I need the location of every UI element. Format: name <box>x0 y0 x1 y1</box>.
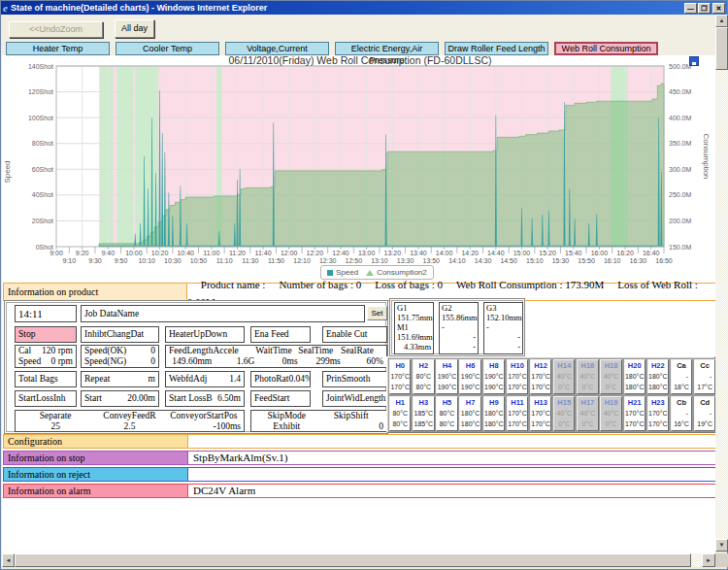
svg-text:60Shot: 60Shot <box>32 166 53 173</box>
svg-text:40Shot: 40Shot <box>32 191 53 198</box>
svg-text:13:20: 13:20 <box>384 250 402 256</box>
svg-text:15:00: 15:00 <box>513 250 531 256</box>
scroll-right-button[interactable]: ► <box>702 553 715 567</box>
heater-cell-h6: H6190°C190°C <box>459 359 480 394</box>
scroll-up-button[interactable]: ▲ <box>715 15 728 27</box>
tab-heater-temp[interactable]: Heater Temp <box>6 42 110 55</box>
svg-text:15:10: 15:10 <box>526 257 544 264</box>
restore-button[interactable]: ❐ <box>698 3 711 14</box>
set-button[interactable]: Set <box>367 306 387 320</box>
heater-cell-h19: H1940°C0°C <box>600 396 621 431</box>
tab-electric-energy-air-pressure[interactable]: Electric Energy,Air Pressure <box>335 42 439 55</box>
svg-text:10:00: 10:00 <box>125 250 143 256</box>
skip-box: SkipModeSkipShiftExhibit0 <box>250 410 387 432</box>
svg-text:350.0M: 350.0M <box>669 140 692 147</box>
svg-text:16:30: 16:30 <box>630 257 647 264</box>
undo-zoom-button[interactable]: <<UndoZoom <box>9 21 103 38</box>
field-box-start-lossb: Start LossB6.50m <box>165 390 245 407</box>
heater-cell-h5: H580°C80°C <box>436 396 457 431</box>
chart[interactable]: 0Shot20Shot40Shot60Shot80Shot100Shot120S… <box>1 55 716 283</box>
svg-text:500.0M: 500.0M <box>669 63 692 70</box>
configuration-label: Configuration <box>4 435 188 448</box>
svg-text:16:20: 16:20 <box>616 250 634 256</box>
svg-text:14:30: 14:30 <box>475 257 492 264</box>
product-info-row: Information on product Product name :Num… <box>3 283 726 301</box>
svg-text:20Shot: 20Shot <box>32 218 53 224</box>
svg-text:140Shot: 140Shot <box>28 63 53 70</box>
svg-text:100Shot: 100Shot <box>28 115 53 121</box>
svg-text:9:50: 9:50 <box>115 257 128 264</box>
svg-text:10:50: 10:50 <box>190 257 208 264</box>
save-icon[interactable] <box>689 56 699 66</box>
machine-status-panel: 14:11Job DataNameSetStopInhibtChangDatHe… <box>4 300 388 434</box>
heater-cell-h0: H0170°C170°C <box>389 359 411 394</box>
svg-text:15:20: 15:20 <box>539 250 556 256</box>
job-data-name-box: Job DataName <box>81 305 365 322</box>
heater-cell-cd: Cd-19°C <box>694 396 715 431</box>
heater-cell-ca: Ca-18°C <box>671 359 692 394</box>
field-box-feedstart: FeedStart <box>250 390 311 407</box>
scroll-down-button[interactable]: ▼ <box>715 539 728 552</box>
information-on-reject-label: Information on reject <box>4 468 188 481</box>
title-bar: e State of machine(Detailed charts) - Wi… <box>1 1 727 15</box>
close-button[interactable]: ✕ <box>712 3 725 14</box>
heater-cell-h11: H11170°C170°C <box>507 396 528 431</box>
vertical-scrollbar[interactable] <box>715 15 728 552</box>
svg-text:14:20: 14:20 <box>461 250 479 256</box>
field-box-photorat: PhotoRat0.04% <box>250 371 311 387</box>
count-box: Speed(OK)0Speed(NG)0 <box>81 345 159 368</box>
svg-text:16:50: 16:50 <box>655 257 673 264</box>
heater-cell-h9: H9180°C180°C <box>483 396 505 431</box>
svg-text:10:10: 10:10 <box>138 257 155 264</box>
svg-text:12:20: 12:20 <box>307 250 324 256</box>
heater-grid: H0170°C170°CH280°C80°CH4190°C190°CH6190°… <box>386 356 715 433</box>
chart-svg: 0Shot20Shot40Shot60Shot80Shot100Shot120S… <box>1 55 716 283</box>
information-on-stop-row: Information on stopStpByMarkAlm(Sv.1) <box>3 451 726 465</box>
heater-cell-cb: Cb-16°C <box>671 396 692 431</box>
horizontal-scroll-thumb[interactable] <box>15 553 691 567</box>
svg-text:Consumption: Consumption <box>702 133 711 179</box>
information-on-alarm-content: DC24V Alarm <box>188 485 725 497</box>
svg-text:13:00: 13:00 <box>358 250 376 256</box>
field-box-jointwid: JointWidLengthx4 <box>322 390 387 407</box>
g-box-g1: G1151.75mmM1151.69mm4.33mm <box>394 302 434 354</box>
svg-text:10:20: 10:20 <box>151 250 169 256</box>
vertical-scroll-thumb[interactable] <box>715 27 728 70</box>
product-info-item: Web Roll Consumption : 173.90M <box>456 279 604 290</box>
status-box-stop: Stop <box>15 326 77 343</box>
minimize-button[interactable]: — <box>684 3 697 14</box>
svg-text:12:10: 12:10 <box>293 257 311 264</box>
svg-text:13:50: 13:50 <box>422 257 440 264</box>
tab-voltage-current[interactable]: Voltage,Current <box>225 42 329 55</box>
product-info-item: Product name : <box>201 279 266 290</box>
svg-text:11:50: 11:50 <box>268 257 284 264</box>
svg-text:120Shot: 120Shot <box>28 88 53 95</box>
heater-cell-h20: H20180°C180°C <box>624 359 645 394</box>
svg-text:80Shot: 80Shot <box>32 140 53 147</box>
svg-text:Speed: Speed <box>3 160 12 183</box>
scroll-left-button[interactable]: ◄ <box>2 553 15 567</box>
field-box-prinsmooth: PrinSmooth <box>322 371 387 387</box>
tab-draw-roller-feed-length[interactable]: Draw Roller Feed Length <box>445 42 548 55</box>
g-box-g2: G2155.86mm--- <box>439 302 479 354</box>
svg-text:16:10: 16:10 <box>604 257 621 264</box>
svg-text:11:40: 11:40 <box>255 250 272 256</box>
status-box-heaterupdown: HeaterUpDown <box>165 326 245 343</box>
heater-cell-h1: H180°C80°C <box>389 396 411 431</box>
svg-text:10:40: 10:40 <box>177 250 194 256</box>
field-box-startlossinh: StartLossInh <box>15 390 77 407</box>
field-box-total-bags: Total Bags <box>15 371 77 387</box>
feed-settings-box: FeedLengthAcceleWaitTimeSealTimeSealRate… <box>165 345 387 368</box>
all-day-button[interactable]: All day <box>115 19 154 38</box>
tab-web-roll-consumption[interactable]: Web Roll Consumption <box>554 42 658 55</box>
tab-cooler-temp[interactable]: Cooler Temp <box>116 42 219 55</box>
information-on-alarm-row: Information on alarmDC24V Alarm <box>3 484 726 498</box>
svg-text:11:00: 11:00 <box>203 250 219 256</box>
svg-text:200.0M: 200.0M <box>669 218 692 224</box>
window-title: State of machine(Detailed charts) - Wind… <box>11 1 267 15</box>
svg-text:9:30: 9:30 <box>88 257 102 264</box>
svg-text:13:30: 13:30 <box>397 257 414 264</box>
svg-text:450.0M: 450.0M <box>669 88 692 95</box>
svg-text:15:40: 15:40 <box>565 250 582 256</box>
svg-text:13:40: 13:40 <box>410 250 427 256</box>
